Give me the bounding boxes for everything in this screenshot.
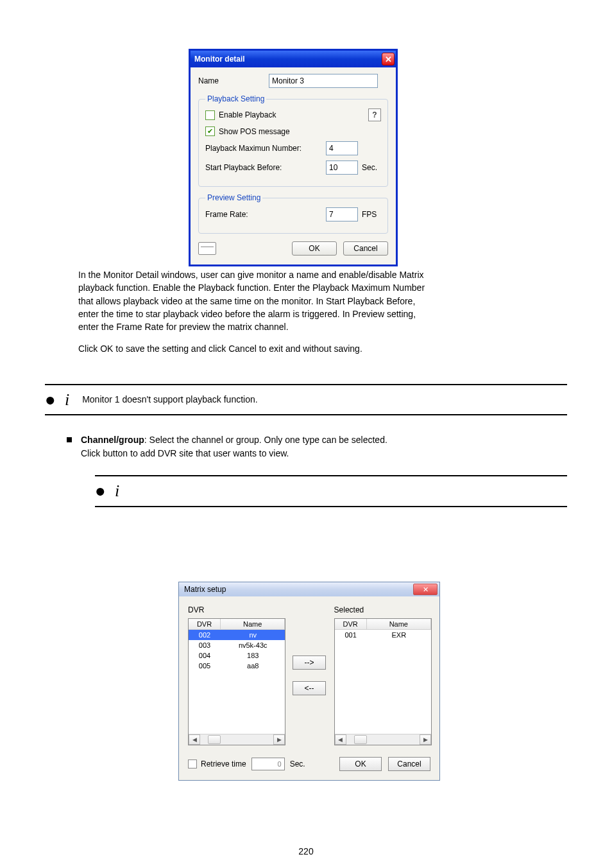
- cell-name: 183: [221, 650, 285, 661]
- col-header-dvr: DVR: [189, 619, 221, 629]
- move-right-button[interactable]: -->: [293, 655, 326, 670]
- show-pos-label: Show POS message: [219, 127, 290, 136]
- matrix-cancel-button[interactable]: Cancel: [388, 757, 430, 771]
- scroll-thumb[interactable]: [354, 735, 367, 744]
- monitor-detail-titlebar: Monitor detail ✕: [191, 51, 396, 67]
- scroll-right-icon[interactable]: ▶: [420, 734, 431, 745]
- start-before-label: Start Playback Before:: [205, 163, 326, 172]
- cell-name: nv: [221, 630, 285, 640]
- selected-list-header: DVR Name: [335, 619, 431, 630]
- move-left-button[interactable]: <--: [293, 681, 326, 695]
- col-header-dvr: DVR: [335, 619, 367, 629]
- preview-legend: Preview Setting: [205, 193, 262, 202]
- explanation-paragraph: In the Monitor Detail windows, user can …: [45, 268, 567, 507]
- enable-playback-checkbox[interactable]: [205, 110, 215, 120]
- enable-playback-row: Enable Playback ?: [205, 108, 381, 121]
- frame-rate-input[interactable]: [326, 207, 358, 221]
- retrieve-time-checkbox[interactable]: [188, 759, 197, 768]
- playback-max-input[interactable]: [326, 141, 358, 155]
- info-banner-2: ● i: [95, 475, 567, 507]
- enable-playback-label: Enable Playback: [219, 110, 276, 119]
- cell-name: EXR: [367, 630, 431, 640]
- dvr-hscrollbar[interactable]: ◀ ▶: [189, 734, 285, 745]
- bullet-title: Channel/group: [81, 435, 144, 445]
- cancel-button[interactable]: Cancel: [343, 241, 388, 256]
- cell-dvr: 005: [189, 661, 221, 671]
- matrix-titlebar: Matrix setup ✕: [179, 582, 439, 596]
- monitor-buttons-row: OK Cancel: [198, 240, 388, 256]
- keyboard-icon[interactable]: [198, 242, 216, 255]
- retrieve-time-unit: Sec.: [290, 759, 305, 768]
- col-header-name: Name: [367, 619, 431, 629]
- list-item[interactable]: 003 nv5k-43c: [189, 640, 285, 650]
- name-row: Name: [198, 74, 388, 88]
- selected-column: Selected DVR Name 001 EXR ◀: [334, 605, 430, 745]
- scroll-right-icon[interactable]: ▶: [273, 734, 285, 745]
- exp-line-1: In the Monitor Detail windows, user can …: [78, 268, 567, 281]
- monitor-detail-dialog: Monitor detail ✕ Name Playback Setting E…: [189, 49, 398, 266]
- matrix-columns: DVR DVR Name 002 nv 003 nv5k-43c: [188, 605, 430, 745]
- matrix-mid-buttons: --> <--: [292, 605, 326, 745]
- info-dot-icon-2: ●: [95, 482, 106, 500]
- selected-hscrollbar[interactable]: ◀ ▶: [335, 734, 431, 745]
- name-input[interactable]: [269, 74, 378, 88]
- info-i-icon: i: [65, 388, 69, 412]
- scroll-left-icon[interactable]: ◀: [335, 734, 346, 745]
- scroll-left-icon[interactable]: ◀: [189, 734, 200, 745]
- bullet-item-channel-group: Channel/group: Select the channel or gro…: [67, 433, 567, 460]
- exp-line-2: playback function. Enable the Playback f…: [78, 281, 567, 294]
- cell-name: aa8: [221, 661, 285, 671]
- list-item[interactable]: 004 183: [189, 650, 285, 661]
- ok-button[interactable]: OK: [292, 241, 337, 256]
- playback-max-label: Playback Maximun Number:: [205, 144, 326, 153]
- cell-dvr: 002: [189, 630, 221, 640]
- info-banner: ● i Monitor 1 doesn't support playback f…: [45, 384, 567, 416]
- start-before-input[interactable]: [326, 161, 358, 175]
- show-pos-row: ✔ Show POS message: [205, 126, 381, 136]
- matrix-title: Matrix setup: [184, 585, 413, 594]
- frame-rate-row: Frame Rate: FPS: [205, 207, 381, 221]
- bullet-body-1: Select the channel or group. Only one ty…: [149, 435, 387, 445]
- list-item[interactable]: 005 aa8: [189, 661, 285, 671]
- scroll-track[interactable]: [346, 734, 420, 745]
- dvr-list-header: DVR Name: [189, 619, 285, 630]
- matrix-setup-dialog: Matrix setup ✕ DVR DVR Name 002 nv: [178, 582, 440, 781]
- help-icon[interactable]: ?: [368, 108, 381, 121]
- scroll-thumb[interactable]: [208, 735, 221, 744]
- name-label: Name: [198, 76, 269, 85]
- info-dot-icon: ●: [45, 391, 56, 409]
- exp-line-5: enter the Frame Rate for preview the mat…: [78, 320, 567, 333]
- matrix-body: DVR DVR Name 002 nv 003 nv5k-43c: [179, 596, 439, 780]
- matrix-bottom-row: Retrieve time Sec. OK Cancel: [188, 757, 430, 771]
- dvr-column-label: DVR: [188, 605, 284, 614]
- cell-dvr: 003: [189, 640, 221, 650]
- dvr-column: DVR DVR Name 002 nv 003 nv5k-43c: [188, 605, 284, 745]
- retrieve-time-input[interactable]: [251, 758, 285, 770]
- close-icon[interactable]: ✕: [413, 584, 438, 595]
- selected-column-label: Selected: [334, 605, 430, 614]
- list-item[interactable]: 001 EXR: [335, 630, 431, 640]
- list-item[interactable]: 002 nv: [189, 630, 285, 640]
- preview-setting-group: Preview Setting Frame Rate: FPS: [198, 193, 388, 234]
- dvr-listview[interactable]: DVR Name 002 nv 003 nv5k-43c 004: [188, 618, 285, 745]
- exp-line-6: Click OK to save the setting and click C…: [78, 342, 567, 355]
- cell-dvr: 004: [189, 650, 221, 661]
- matrix-ok-button[interactable]: OK: [339, 757, 382, 771]
- info-text: Monitor 1 doesn't support playback funct…: [82, 393, 258, 406]
- monitor-detail-title: Monitor detail: [194, 55, 245, 64]
- exp-line-4: enter the time to star playback video be…: [78, 308, 567, 320]
- scroll-track[interactable]: [200, 734, 273, 745]
- cell-dvr: 001: [335, 630, 367, 640]
- monitor-detail-body: Name Playback Setting Enable Playback ? …: [191, 67, 396, 265]
- bullet-square-icon: [67, 437, 72, 442]
- cell-name: nv5k-43c: [221, 640, 285, 650]
- playback-max-row: Playback Maximun Number:: [205, 141, 381, 155]
- exp-line-3: that allows playback video at the same t…: [78, 295, 567, 308]
- page-number: 220: [0, 846, 612, 856]
- selected-listview[interactable]: DVR Name 001 EXR ◀ ▶: [334, 618, 432, 745]
- col-header-name: Name: [221, 619, 285, 629]
- info-i-icon-2: i: [115, 479, 119, 503]
- bullet-body-2: Click button to add DVR site that user w…: [81, 447, 387, 460]
- show-pos-checkbox[interactable]: ✔: [205, 126, 215, 136]
- close-icon[interactable]: ✕: [382, 53, 395, 65]
